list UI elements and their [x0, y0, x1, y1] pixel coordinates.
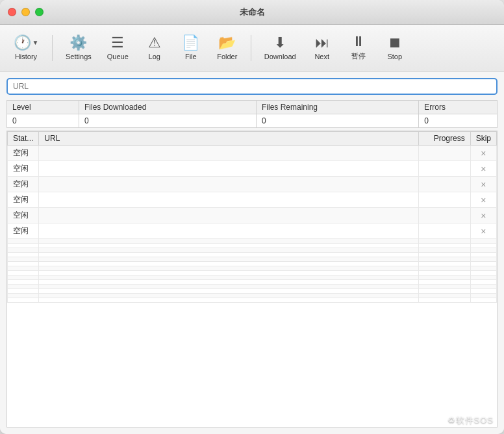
- file-icon: 📄: [182, 36, 199, 50]
- queue-row-skip[interactable]: ×: [470, 223, 496, 239]
- toolbar-separator-1: [52, 35, 53, 61]
- stats-files-remaining-value: 0: [257, 114, 419, 128]
- queue-row-status: [8, 239, 39, 244]
- queue-row-skip[interactable]: ×: [470, 146, 496, 161]
- table-row: [8, 289, 497, 294]
- queue-row-progress: [418, 208, 470, 223]
- history-icon: 🕐: [14, 36, 31, 50]
- queue-header-url: URL: [39, 132, 418, 146]
- queue-row-skip: [470, 239, 496, 244]
- queue-row-progress: [418, 285, 470, 289]
- queue-row-status: [8, 289, 39, 294]
- queue-row-status: 空闲: [8, 146, 39, 161]
- main-content: Level Files Downloaded Files Remaining E…: [0, 71, 504, 434]
- queue-row-status: [8, 271, 39, 275]
- queue-row-status: 空闲: [8, 223, 39, 239]
- queue-button[interactable]: ☰ Queue: [101, 29, 135, 67]
- table-row: 空闲×: [8, 223, 497, 239]
- queue-row-status: 空闲: [8, 161, 39, 177]
- queue-row-status: [8, 244, 39, 248]
- pause-icon: ⏸: [351, 34, 366, 49]
- table-row: [8, 248, 497, 253]
- queue-row-skip: [470, 266, 496, 271]
- minimize-button[interactable]: [21, 8, 30, 16]
- queue-icon: ☰: [111, 36, 124, 50]
- queue-header-status: Stat...: [8, 132, 39, 146]
- log-label: Log: [149, 53, 160, 60]
- stop-button[interactable]: ⏹ Stop: [378, 29, 412, 67]
- queue-row-skip: [470, 298, 496, 303]
- table-row: [8, 280, 497, 285]
- queue-row-url: [39, 294, 418, 298]
- queue-row-skip: [470, 294, 496, 298]
- table-row: [8, 271, 497, 275]
- queue-row-status: [8, 262, 39, 266]
- url-input[interactable]: [6, 78, 498, 95]
- file-button[interactable]: 📄 File: [174, 29, 208, 67]
- queue-row-skip[interactable]: ×: [470, 161, 496, 177]
- close-button[interactable]: [8, 8, 16, 16]
- table-row: [8, 294, 497, 298]
- queue-row-skip: [470, 257, 496, 262]
- queue-row-progress: [418, 192, 470, 208]
- history-label: History: [15, 53, 37, 60]
- queue-row-status: 空闲: [8, 208, 39, 223]
- stats-header-files-downloaded: Files Downloaded: [79, 101, 256, 114]
- window-controls: [8, 8, 44, 16]
- table-row: [8, 298, 497, 303]
- stats-files-downloaded-value: 0: [79, 114, 256, 128]
- maximize-button[interactable]: [35, 8, 44, 16]
- table-row: [8, 257, 497, 262]
- folder-button[interactable]: 📂 Folder: [210, 29, 244, 67]
- queue-row-progress: [418, 177, 470, 192]
- toolbar-separator-2: [251, 35, 251, 61]
- queue-row-status: [8, 285, 39, 289]
- queue-row-url: [39, 271, 418, 275]
- queue-row-url: [39, 192, 418, 208]
- window-title: 未命名: [240, 6, 265, 18]
- queue-row-status: [8, 266, 39, 271]
- queue-row-url: [39, 208, 418, 223]
- queue-row-url: [39, 161, 418, 177]
- pause-button[interactable]: ⏸ 暂停: [342, 29, 375, 67]
- table-row: [8, 262, 497, 266]
- queue-row-skip: [470, 271, 496, 275]
- stop-icon: ⏹: [388, 36, 402, 50]
- queue-row-progress: [418, 298, 470, 303]
- url-input-section: [6, 78, 498, 95]
- table-row: [8, 275, 497, 280]
- queue-row-status: [8, 275, 39, 280]
- queue-row-progress: [418, 244, 470, 248]
- queue-row-status: [8, 294, 39, 298]
- table-row: 空闲×: [8, 208, 497, 223]
- settings-button[interactable]: ⚙️ Settings: [59, 29, 98, 67]
- next-label: Next: [314, 53, 329, 60]
- download-label: Download: [264, 53, 296, 60]
- queue-row-skip[interactable]: ×: [470, 192, 496, 208]
- stats-header-errors: Errors: [419, 101, 498, 114]
- queue-row-url: [39, 298, 418, 303]
- settings-label: Settings: [66, 53, 92, 60]
- queue-label: Queue: [107, 53, 129, 60]
- queue-header-progress: Progress: [418, 132, 470, 146]
- table-row: 空闲×: [8, 146, 497, 161]
- queue-row-url: [39, 248, 418, 253]
- download-button[interactable]: ⬇ Download: [258, 29, 303, 67]
- next-button[interactable]: ⏭ Next: [305, 29, 339, 67]
- log-button[interactable]: ⚠ Log: [138, 29, 171, 67]
- history-button[interactable]: 🕐 ▼ History: [6, 29, 45, 67]
- queue-row-progress: [418, 271, 470, 275]
- download-icon: ⬇: [274, 36, 286, 50]
- stats-table: Level Files Downloaded Files Remaining E…: [6, 100, 498, 128]
- pause-label: 暂停: [351, 51, 366, 61]
- next-icon: ⏭: [315, 36, 329, 50]
- queue-row-skip[interactable]: ×: [470, 177, 496, 192]
- queue-row-url: [39, 223, 418, 239]
- queue-row-progress: [418, 248, 470, 253]
- queue-row-skip[interactable]: ×: [470, 208, 496, 223]
- queue-row-skip: [470, 285, 496, 289]
- queue-row-url: [39, 266, 418, 271]
- queue-row-status: [8, 248, 39, 253]
- queue-row-skip: [470, 248, 496, 253]
- table-row: 空闲×: [8, 161, 497, 177]
